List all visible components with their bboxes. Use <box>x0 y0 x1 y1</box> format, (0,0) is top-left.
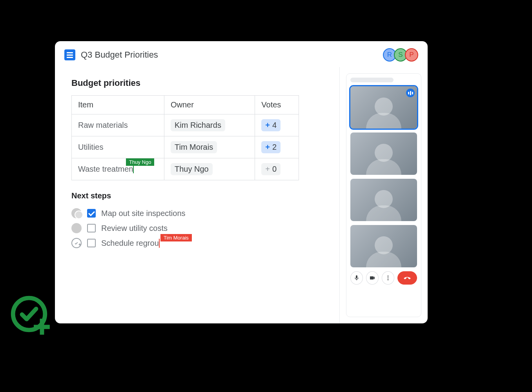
presence-cursor-label: Thuy Ngo <box>126 158 154 166</box>
section-heading: Budget priorities <box>71 78 323 88</box>
list-item[interactable]: Map out site inspections <box>71 206 323 221</box>
plus-icon: + <box>265 165 270 174</box>
assign-add-icon[interactable] <box>71 238 82 248</box>
assignee-avatar-group[interactable] <box>71 208 82 218</box>
list-item[interactable]: Schedule regrou Tim Morais <box>71 236 323 250</box>
owner-chip[interactable]: Kim Richards <box>171 119 225 131</box>
cell-owner[interactable]: Thuy Ngo <box>164 158 255 180</box>
participant-tile[interactable] <box>350 86 417 129</box>
meet-card <box>346 73 421 317</box>
vote-chip[interactable]: +4 <box>261 119 281 131</box>
meet-panel <box>340 67 428 323</box>
list-item[interactable]: Review utility costs <box>71 221 323 236</box>
task-text[interactable]: Review utility costs <box>101 224 168 233</box>
svg-point-3 <box>387 279 388 280</box>
table-row[interactable]: Raw materials Kim Richards +4 <box>72 114 299 136</box>
plus-icon: + <box>265 143 270 152</box>
document-window: Q3 Budget Priorities R S P Budget priori… <box>55 41 428 323</box>
vote-chip[interactable]: +0 <box>261 163 281 175</box>
meet-controls <box>350 271 417 285</box>
col-owner: Owner <box>164 96 255 114</box>
checkbox[interactable] <box>87 209 96 218</box>
participant-tile[interactable] <box>350 132 417 175</box>
collaborator-avatar[interactable]: P <box>405 48 418 62</box>
vote-chip[interactable]: +2 <box>261 141 281 153</box>
editing-task[interactable]: Schedule regrou Tim Morais <box>101 239 160 248</box>
cell-votes[interactable]: +0 <box>255 158 299 180</box>
docs-icon <box>64 49 75 60</box>
cell-owner[interactable]: Kim Richards <box>164 114 255 136</box>
speaking-indicator-icon <box>406 89 415 97</box>
document-pane[interactable]: Budget priorities Item Owner Votes Raw m… <box>55 67 340 323</box>
plus-icon: + <box>265 121 270 130</box>
cell-item[interactable]: Waste treatmen Thuy Ngo <box>72 158 164 180</box>
table-header-row: Item Owner Votes <box>72 96 299 114</box>
mic-button[interactable] <box>350 271 363 285</box>
cell-votes[interactable]: +4 <box>255 114 299 136</box>
checkbox[interactable] <box>87 224 96 232</box>
svg-point-2 <box>387 278 388 279</box>
owner-chip[interactable]: Thuy Ngo <box>171 163 213 175</box>
cell-item[interactable]: Raw materials <box>72 114 164 136</box>
cell-owner[interactable]: Tim Morais <box>164 136 255 158</box>
collaborator-avatars: R S P <box>385 48 418 62</box>
task-check-plus-icon <box>8 293 55 340</box>
titlebar: Q3 Budget Priorities R S P <box>55 41 428 67</box>
svg-rect-6 <box>34 325 50 329</box>
next-steps-list: Map out site inspections Review utility … <box>71 206 323 250</box>
body: Budget priorities Item Owner Votes Raw m… <box>55 67 428 323</box>
assignee-avatar[interactable] <box>71 223 82 233</box>
col-votes: Votes <box>255 96 299 114</box>
cell-item[interactable]: Utilities <box>72 136 164 158</box>
svg-point-0 <box>73 240 80 246</box>
end-call-button[interactable] <box>397 271 417 285</box>
participant-tile[interactable] <box>350 179 417 221</box>
svg-point-1 <box>387 276 388 277</box>
cell-votes[interactable]: +2 <box>255 136 299 158</box>
col-item: Item <box>72 96 164 114</box>
more-options-button[interactable] <box>382 271 394 285</box>
task-text[interactable]: Map out site inspections <box>101 209 186 218</box>
task-text[interactable]: Schedule regrou <box>101 239 160 248</box>
document-title[interactable]: Q3 Budget Priorities <box>81 50 380 60</box>
meet-title-placeholder <box>350 78 394 82</box>
table-row[interactable]: Waste treatmen Thuy Ngo Thuy Ngo +0 <box>72 158 299 180</box>
participant-tile[interactable] <box>350 225 417 267</box>
camera-button[interactable] <box>366 271 379 285</box>
owner-chip[interactable]: Tim Morais <box>171 141 217 153</box>
editing-cell[interactable]: Waste treatmen Thuy Ngo <box>78 165 134 173</box>
presence-cursor-label: Tim Morais <box>160 234 192 241</box>
priorities-table[interactable]: Item Owner Votes Raw materials Kim Richa… <box>71 95 299 180</box>
next-steps-heading: Next steps <box>71 191 323 200</box>
checkbox[interactable] <box>87 239 96 247</box>
table-row[interactable]: Utilities Tim Morais +2 <box>72 136 299 158</box>
